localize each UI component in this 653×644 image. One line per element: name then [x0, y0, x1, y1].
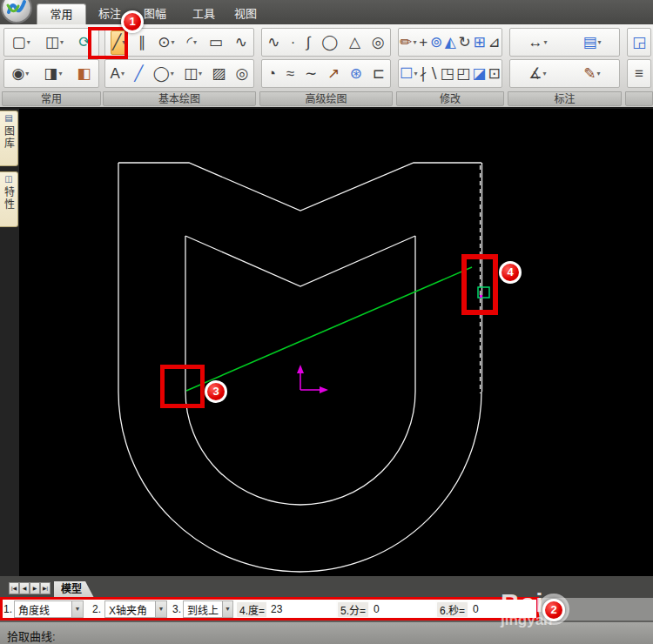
- centerline-tool[interactable]: ╱: [133, 62, 144, 86]
- zoom-tool[interactable]: ◉▾: [11, 62, 30, 86]
- extend-tool[interactable]: ∖: [427, 62, 439, 86]
- array-tool[interactable]: ⊞: [472, 30, 486, 55]
- caxa-cad-window: 常用标注图幅工具视图 ▢▾◫▾⟳◉▾◨▾◧常用╱▾∥⊙▾◜▾▭∿A▾╱◯▾◫▾▨…: [0, 0, 653, 644]
- ellipse2-tool[interactable]: ◯: [320, 30, 339, 55]
- sidebar-tab-2[interactable]: ◫特性: [0, 171, 18, 227]
- erase-tool-dropdown-icon[interactable]: ▾: [414, 38, 417, 46]
- circle-tool[interactable]: ⊙▾: [157, 30, 175, 55]
- text-tool-icon: A: [111, 63, 120, 85]
- text-tool[interactable]: A▾: [110, 62, 125, 86]
- arc-tool[interactable]: ◜▾: [185, 30, 198, 55]
- edit-note-tool-dropdown-icon[interactable]: ▾: [597, 70, 601, 77]
- detail-view-tool[interactable]: ◎: [235, 62, 250, 86]
- break-line-tool[interactable]: ∼: [304, 62, 318, 86]
- coord-label-tool-dropdown-icon[interactable]: ▾: [598, 38, 602, 46]
- sidebar-tab-1[interactable]: ▤图库: [0, 111, 18, 166]
- sheet-nav-button-2[interactable]: ◀: [19, 582, 30, 594]
- select-tool[interactable]: ☐▾: [399, 62, 418, 86]
- arc-tool-dropdown-icon[interactable]: ▾: [193, 38, 197, 46]
- ribbon-panel-3: ∿∙∫◯△◎◔≈∼↗⊛⊏高级绘图: [259, 26, 393, 107]
- hole-shaft-tool-dropdown-icon[interactable]: ▾: [199, 70, 202, 77]
- annotation-badge-4: 4: [499, 261, 522, 284]
- model-tab[interactable]: 模型: [54, 581, 94, 598]
- drawing-canvas[interactable]: [19, 109, 653, 576]
- copy-tool[interactable]: ◫▾: [44, 30, 64, 55]
- paste-tool-icon: ▢: [12, 31, 26, 54]
- annotation-box-pick-point: [160, 365, 205, 408]
- formula-curve-tool[interactable]: ∫: [306, 30, 312, 55]
- app-logo-icon[interactable]: [1, 0, 32, 23]
- hatch-tool[interactable]: ▨: [211, 62, 226, 86]
- sweep-tool-icon: ⊿: [488, 31, 500, 54]
- copy-tool-dropdown-icon[interactable]: ▾: [60, 38, 64, 46]
- wave-line-tool[interactable]: ≈: [286, 62, 295, 86]
- trim-tool[interactable]: ∤: [419, 62, 428, 86]
- sweep-tool[interactable]: ⊿: [487, 30, 501, 55]
- panel-label: 修改: [396, 91, 504, 106]
- pan-tool-dropdown-icon[interactable]: ▾: [58, 70, 62, 77]
- stretch-tool-icon: ◳: [441, 63, 454, 85]
- select-tool-dropdown-icon[interactable]: ▾: [414, 70, 417, 77]
- gear-tool[interactable]: ⊛: [349, 62, 363, 86]
- rotate-tool[interactable]: ↻: [458, 30, 472, 55]
- point-tool-icon: ∙: [291, 31, 295, 54]
- mirror-tool[interactable]: ◭: [444, 30, 457, 55]
- tangent-circle-tool[interactable]: ◎: [371, 30, 386, 55]
- display-tool[interactable]: ◧: [76, 62, 91, 86]
- polygon-tool[interactable]: △: [348, 30, 361, 55]
- erase-tool[interactable]: ✏▾: [399, 30, 417, 55]
- panel-row: ◉▾◨▾◧: [3, 59, 99, 88]
- doc-switch-tool[interactable]: ◲: [631, 30, 647, 55]
- stretch-tool[interactable]: ◳: [440, 62, 455, 86]
- panel-row: ▢▾◫▾⟳: [3, 28, 99, 57]
- annotation-box-line-tool: [88, 27, 128, 59]
- sheet-nav-button-4[interactable]: ▶|: [40, 582, 50, 594]
- ellipse-tool-dropdown-icon[interactable]: ▾: [171, 70, 174, 77]
- corner-tool[interactable]: ◰: [455, 62, 471, 86]
- offset-tool[interactable]: ⊡: [488, 62, 502, 86]
- spline2-tool[interactable]: ∿: [266, 30, 280, 55]
- datum-tool[interactable]: ∡▾: [528, 62, 547, 86]
- sheet-nav-button-3[interactable]: ▶: [30, 582, 40, 594]
- zoom-tool-dropdown-icon[interactable]: ▾: [25, 70, 29, 77]
- point-tool[interactable]: ∙: [290, 30, 296, 55]
- display-tool-icon: ◧: [77, 63, 91, 85]
- menu-tab-4[interactable]: 工具: [185, 3, 223, 24]
- edit-note-tool[interactable]: ✎▾: [582, 62, 601, 86]
- circle-tool-dropdown-icon[interactable]: ▾: [172, 38, 175, 46]
- datum-tool-dropdown-icon[interactable]: ▾: [543, 70, 547, 77]
- ellipse2-tool-icon: ◯: [321, 31, 338, 54]
- spline-tool[interactable]: ∿: [234, 30, 248, 55]
- profile-tool[interactable]: ⊏: [372, 62, 386, 86]
- paste-tool[interactable]: ▢▾: [11, 30, 31, 55]
- menu-tool[interactable]: ≡: [634, 62, 644, 86]
- menu-tab-1[interactable]: 常用: [37, 3, 86, 24]
- hole-shaft-tool[interactable]: ◫▾: [183, 62, 203, 86]
- pointer-tool[interactable]: ↗: [326, 62, 340, 86]
- ellipse-tool[interactable]: ◯▾: [152, 62, 175, 86]
- revolve-tool[interactable]: ◔: [266, 62, 277, 86]
- linear-dim-tool-dropdown-icon[interactable]: ▾: [543, 38, 547, 46]
- panel-row: ∿∙∫◯△◎: [261, 28, 391, 57]
- pan-tool[interactable]: ◨▾: [43, 62, 63, 86]
- coord-label-tool[interactable]: ▤▾: [582, 30, 602, 55]
- copy2-tool[interactable]: ⊚: [429, 30, 443, 55]
- status-bar: 拾取曲线:: [0, 621, 653, 644]
- ribbon-panel-4: ✏▾+⊚◭↻⊞⊿☐▾∤∖◳◰◪⊡修改: [396, 26, 504, 107]
- rect-tool[interactable]: ▭: [208, 30, 224, 55]
- menu-tab-5[interactable]: 视图: [226, 3, 265, 24]
- sidebar-tab-icon: ◫: [4, 174, 12, 184]
- ribbon-panel-5: ↔▾▤▾∡▾✎▾标注: [508, 26, 622, 107]
- move-tool[interactable]: +: [418, 30, 428, 55]
- paste-tool-dropdown-icon[interactable]: ▾: [27, 38, 30, 46]
- text-tool-dropdown-icon[interactable]: ▾: [121, 70, 125, 77]
- circle-tool-icon: ⊙: [158, 31, 170, 54]
- parallel-tool[interactable]: ∥: [138, 30, 147, 55]
- sheet-nav-button-1[interactable]: |◀: [9, 582, 19, 594]
- profile-tool-icon: ⊏: [373, 63, 385, 85]
- move-tool-icon: +: [419, 31, 427, 54]
- menu-tool-icon: ≡: [635, 63, 643, 85]
- view3d-tool[interactable]: ◪: [471, 62, 487, 86]
- panel-label: 基本绘图: [103, 91, 256, 106]
- linear-dim-tool[interactable]: ↔▾: [527, 30, 548, 55]
